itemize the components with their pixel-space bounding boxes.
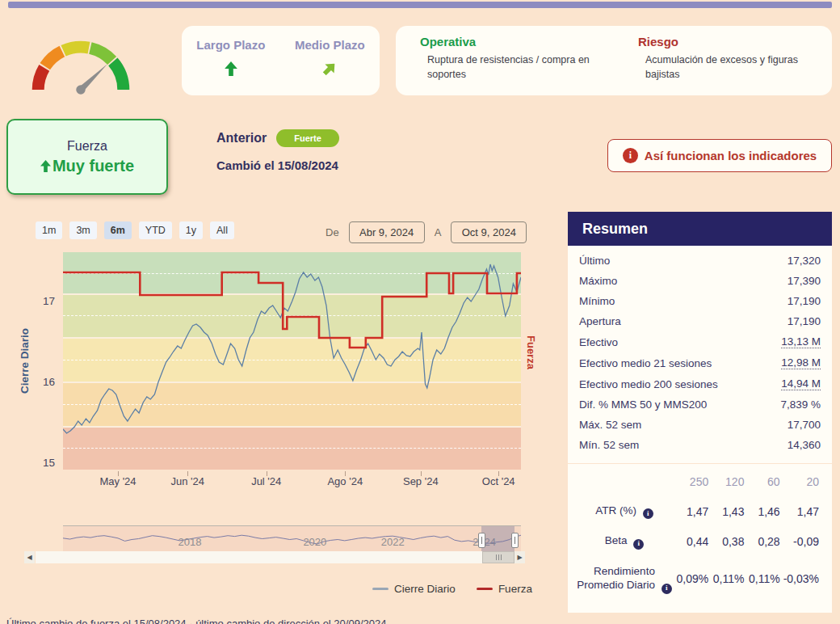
stats-column-20: 20 (783, 472, 822, 496)
date-range: De Abr 9, 2024 A Oct 9, 2024 (326, 221, 527, 243)
resumen-body: Último17,320Máximo17,390Mínimo17,190Aper… (568, 246, 832, 463)
fuerza-status-box: Fuerza Muy fuerte (6, 119, 168, 195)
gauge-segment-green (113, 61, 124, 90)
y-tick-15: 15 (31, 457, 55, 469)
gauge-segment-orange (45, 52, 62, 67)
scrollbar-left-arrow[interactable]: ◀ (24, 551, 35, 563)
navigator-selection[interactable] (481, 526, 514, 553)
resumen-row-value: 17,390 (788, 275, 821, 287)
date-from-input[interactable]: Abr 9, 2024 (349, 221, 425, 243)
y-tick-17: 17 (31, 295, 55, 307)
resumen-row: Efectivo medio 200 sesiones14,94 M (579, 373, 821, 394)
footnote: Último cambio de fuerza el 15/08/2024 · … (6, 618, 386, 624)
x-tick-label: Jun '24 (155, 475, 220, 487)
resumen-row-value: 17,700 (788, 419, 821, 431)
stats-row-label: Rendimiento Promedio Diario i (573, 557, 676, 601)
stats-value: 0,11% (747, 565, 783, 592)
medio-plazo-upright-arrow-icon (320, 58, 340, 78)
stats-value: 0,44 (676, 528, 712, 555)
stats-value: 1,47 (676, 498, 712, 525)
range-button-1y[interactable]: 1y (179, 221, 203, 239)
stats-value: 1,47 (783, 498, 822, 525)
how-indicators-work-button[interactable]: i Así funcionan los indicadores (607, 139, 832, 172)
scrollbar-thumb[interactable] (482, 551, 514, 563)
anterior-value-badge: Fuerte (276, 129, 339, 147)
resumen-row-value[interactable]: 12,98 M (781, 356, 821, 369)
x-tick-label: May '24 (86, 475, 150, 487)
resumen-row: Último17,320 (579, 251, 821, 271)
main-chart-plot[interactable] (63, 251, 521, 471)
legend-line-icon (372, 588, 388, 590)
resumen-row-label: Efectivo (579, 336, 618, 348)
navigator-year-2022: 2022 (368, 536, 417, 548)
fuerza-label: Fuerza (67, 139, 107, 154)
dashboard-page: Largo Plazo Medio Plazo Operativa Ruptur… (0, 0, 840, 624)
legend-line-icon (477, 588, 493, 590)
gauge-needle-hub (76, 85, 85, 94)
x-tick-label: Ago '24 (313, 475, 377, 487)
resumen-row-value: 17,320 (788, 255, 821, 267)
resumen-row-value[interactable]: 13,13 M (781, 335, 821, 348)
scrollbar-right-arrow[interactable]: ▶ (514, 551, 525, 563)
stats-value: 1,46 (747, 498, 783, 525)
stats-row-label: ATR (%) i (573, 496, 676, 526)
resumen-row-value: 17,190 (788, 295, 821, 307)
plazos-card: Largo Plazo Medio Plazo (182, 26, 380, 95)
resumen-row: Mínimo17,190 (579, 291, 821, 311)
legend-item-cierre-diario[interactable]: Cierre Diario (372, 583, 456, 595)
range-button-1m[interactable]: 1m (36, 221, 62, 239)
fuerza-up-arrow-icon (40, 160, 51, 172)
legend-label: Fuerza (498, 583, 532, 595)
anterior-label: Anterior (216, 131, 267, 145)
y2-axis-label: Fuerza (525, 314, 537, 390)
navigator-right-handle[interactable] (511, 533, 519, 548)
operativa-column: Operativa Ruptura de resistencias / comp… (420, 35, 614, 95)
resumen-row-label: Mínimo (579, 295, 615, 307)
range-button-6m[interactable]: 6m (104, 221, 132, 239)
info-icon[interactable]: i (633, 539, 644, 550)
resumen-row-label: Dif. % MMS 50 y MMS200 (579, 398, 707, 411)
date-to-input[interactable]: Oct 9, 2024 (451, 221, 527, 243)
stats-row-label: Beta i (573, 526, 676, 556)
resumen-row-value[interactable]: 14,94 M (781, 377, 821, 390)
date-from-label: De (326, 226, 339, 238)
resumen-row: Mín. 52 sem14,360 (579, 435, 821, 455)
resumen-row: Dif. % MMS 50 y MMS2007,839 % (579, 394, 821, 415)
x-tick-label: Oct '24 (466, 475, 531, 487)
largo-plazo-up-arrow-icon (225, 61, 237, 76)
stats-value: 0,11% (712, 565, 747, 592)
resumen-row-label: Mín. 52 sem (579, 439, 639, 451)
chart-legend: Cierre DiarioFuerza (339, 583, 565, 595)
anterior-row: Anterior Fuerte (216, 129, 339, 147)
resumen-row: Efectivo medio 21 sesiones12,98 M (579, 352, 821, 373)
medio-plazo-indicator: Medio Plazo (295, 38, 365, 95)
strength-gauge (20, 24, 141, 95)
chart-navigator[interactable]: 2018202020222024 (63, 525, 521, 553)
info-icon[interactable]: i (662, 584, 672, 594)
resumen-row: Efectivo13,13 M (579, 331, 821, 352)
range-button-ytd[interactable]: YTD (139, 221, 172, 239)
info-icon: i (623, 148, 638, 163)
resumen-row-value: 7,839 % (780, 398, 821, 411)
navigator-year-2018: 2018 (166, 536, 214, 548)
range-button-all[interactable]: All (210, 221, 234, 239)
navigator-left-handle[interactable] (478, 533, 485, 548)
stats-value: 1,43 (712, 498, 747, 525)
resumen-row: Máx. 52 sem17,700 (579, 415, 821, 435)
x-tick-label: Sep '24 (388, 475, 453, 487)
operativa-title: Operativa (420, 35, 614, 48)
resumen-row-label: Último (579, 255, 610, 267)
operativa-description: Ruptura de resistencias / compra en sopo… (420, 53, 614, 82)
gauge-segment-yellow (64, 47, 90, 51)
stats-value: 0,09% (676, 565, 712, 592)
gauge-segment-red (38, 68, 44, 90)
info-icon[interactable]: i (643, 508, 653, 519)
legend-item-fuerza[interactable]: Fuerza (477, 583, 532, 595)
riesgo-description: Acumulación de excesos y figuras bajista… (638, 53, 832, 82)
stats-table: 2501206020ATR (%) i1,471,431,461,47Beta … (573, 472, 822, 601)
range-button-3m[interactable]: 3m (69, 221, 96, 239)
resumen-title: Resumen (568, 212, 832, 246)
scrollbar-track[interactable] (36, 551, 514, 563)
range-selector: 1m3m6mYTD1yAll (36, 221, 234, 239)
riesgo-column: Riesgo Acumulación de excesos y figuras … (638, 35, 832, 95)
